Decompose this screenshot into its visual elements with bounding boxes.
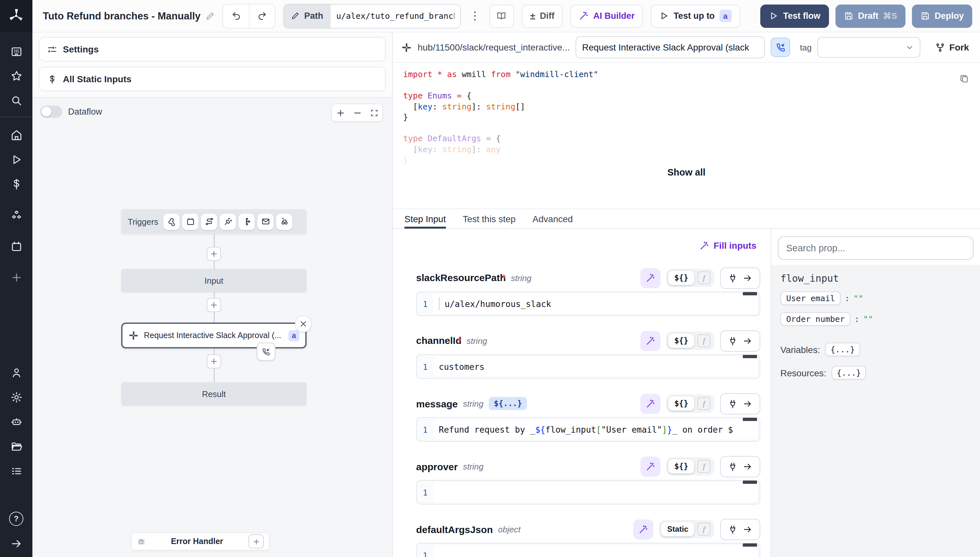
route-trigger-icon[interactable] — [201, 213, 217, 230]
ai-fill-button[interactable] — [641, 268, 661, 288]
schedule-trigger-icon[interactable] — [182, 213, 198, 230]
expand-sidebar-icon[interactable] — [5, 535, 27, 552]
add-step-button[interactable] — [207, 247, 221, 261]
suspend-approval-badge[interactable] — [256, 343, 276, 361]
path-input[interactable] — [330, 4, 460, 28]
tab-advanced[interactable]: Advanced — [532, 209, 573, 228]
test-flow-button[interactable]: Test flow — [761, 4, 829, 28]
static-mode-button[interactable]: Static — [662, 522, 694, 536]
prop-user-email-chip[interactable]: User email — [781, 292, 841, 305]
settings-gear-icon[interactable] — [5, 389, 27, 406]
show-all-button[interactable]: Show all — [660, 163, 713, 181]
ai-robot-icon[interactable] — [5, 413, 27, 430]
expr-mode-button[interactable]: ${} — [668, 334, 694, 348]
all-static-inputs-button[interactable]: All Static Inputs — [39, 67, 385, 91]
workspace-icon[interactable] — [5, 43, 27, 60]
zoom-out-button[interactable] — [349, 104, 366, 121]
deploy-button[interactable]: Deploy — [912, 4, 972, 28]
zoom-in-button[interactable] — [332, 104, 349, 121]
tab-step-input[interactable]: Step Input — [405, 209, 446, 228]
copy-code-button[interactable] — [959, 74, 969, 83]
add-error-handler-button[interactable] — [248, 534, 264, 549]
poll-trigger-icon[interactable] — [276, 213, 292, 230]
step-code-preview[interactable]: import * as wmill from "windmill-client"… — [393, 63, 980, 208]
help-icon[interactable]: ? — [5, 510, 27, 527]
add-icon[interactable] — [5, 269, 27, 286]
node-input[interactable]: Input — [121, 269, 307, 292]
expr-mode-button[interactable]: ${} — [668, 271, 694, 285]
expr-mode-button[interactable]: ${} — [668, 459, 694, 474]
connect-input-button[interactable] — [720, 456, 760, 477]
connect-input-button[interactable] — [720, 518, 760, 540]
error-handler-node[interactable]: Error Handler — [131, 533, 270, 550]
field-editor[interactable]: 1 Refund request by _${flow_input["User … — [416, 417, 760, 442]
field-editor[interactable]: 1 — [416, 480, 760, 505]
draft-button[interactable]: Draft ⌘S — [835, 4, 905, 28]
ai-fill-button[interactable] — [641, 331, 661, 351]
audit-logs-icon[interactable] — [5, 463, 27, 479]
flow-settings-button[interactable]: Settings — [39, 37, 385, 62]
fork-button[interactable]: Fork — [935, 42, 969, 52]
path-control[interactable]: Path — [284, 3, 461, 28]
email-trigger-icon[interactable] — [257, 213, 273, 230]
field-editor[interactable]: 1 customers — [416, 354, 760, 379]
editor-scrollbar[interactable] — [743, 543, 757, 547]
add-step-button[interactable] — [207, 354, 221, 368]
editor-scrollbar[interactable] — [743, 480, 757, 484]
edit-title-pencil-icon[interactable] — [206, 11, 215, 20]
search-icon[interactable] — [5, 92, 27, 109]
hub-script-path[interactable]: hub/11500/slack/request_interactive... — [418, 42, 570, 52]
editor-scrollbar[interactable] — [743, 418, 757, 421]
diff-button[interactable]: ± Diff — [521, 4, 563, 28]
fit-view-button[interactable] — [366, 104, 382, 121]
function-mode-button[interactable]: f — [697, 334, 710, 347]
field-editor[interactable]: 1 u/alex/humorous_slack — [416, 292, 760, 316]
redo-button[interactable] — [249, 4, 275, 28]
connect-input-button[interactable] — [720, 267, 760, 288]
add-step-button[interactable] — [207, 298, 221, 312]
ai-fill-button[interactable] — [641, 394, 661, 414]
home-icon[interactable] — [5, 126, 27, 143]
flow-canvas[interactable]: Dataflow Triggers Input — [33, 97, 392, 557]
function-mode-button[interactable]: f — [697, 460, 710, 473]
step-summary-input[interactable] — [575, 36, 765, 58]
editor-scrollbar[interactable] — [743, 292, 757, 295]
tab-test-this-step[interactable]: Test this step — [463, 209, 516, 228]
runs-icon[interactable] — [5, 151, 27, 168]
more-menu-button[interactable]: ⋮ — [468, 9, 481, 23]
windmill-logo[interactable] — [0, 0, 33, 33]
folders-icon[interactable] — [5, 438, 27, 455]
suspend-approval-button[interactable] — [771, 37, 790, 57]
function-mode-button[interactable]: f — [697, 523, 710, 536]
users-icon[interactable] — [5, 364, 27, 381]
node-step-slack-approval[interactable]: Request Interactive Slack Approval (... … — [121, 322, 307, 349]
function-mode-button[interactable]: f — [697, 271, 710, 284]
fill-inputs-button[interactable]: Fill inputs — [696, 238, 760, 253]
resources-icon[interactable] — [5, 207, 27, 223]
dataflow-toggle[interactable] — [40, 106, 62, 118]
undo-button[interactable] — [223, 4, 249, 28]
webhook-trigger-icon[interactable] — [163, 213, 180, 230]
test-up-to-button[interactable]: Test up to a — [651, 4, 740, 28]
ai-fill-button[interactable] — [641, 456, 661, 476]
connect-input-button[interactable] — [720, 330, 760, 351]
kafka-trigger-icon[interactable] — [238, 213, 255, 230]
ai-fill-button[interactable] — [634, 519, 654, 539]
ai-builder-button[interactable]: AI Builder — [571, 4, 643, 28]
docs-button[interactable] — [489, 4, 514, 28]
search-prop-input[interactable] — [778, 236, 973, 260]
function-mode-button[interactable]: f — [697, 397, 710, 410]
variables-icon[interactable] — [5, 176, 27, 192]
node-triggers[interactable]: Triggers — [121, 209, 307, 234]
variables-expand-chip[interactable]: {...} — [825, 343, 860, 356]
prop-order-number-chip[interactable]: Order number — [781, 312, 851, 326]
editor-scrollbar[interactable] — [743, 355, 757, 358]
websocket-trigger-icon[interactable] — [220, 213, 236, 230]
delete-step-button[interactable] — [295, 316, 312, 332]
connect-input-button[interactable] — [720, 393, 760, 414]
expr-mode-button[interactable]: ${} — [668, 396, 694, 410]
node-result[interactable]: Result — [121, 382, 307, 406]
resources-expand-chip[interactable]: {...} — [831, 366, 866, 379]
favorites-star-icon[interactable] — [5, 67, 27, 84]
field-editor[interactable]: 1 — [416, 543, 760, 557]
